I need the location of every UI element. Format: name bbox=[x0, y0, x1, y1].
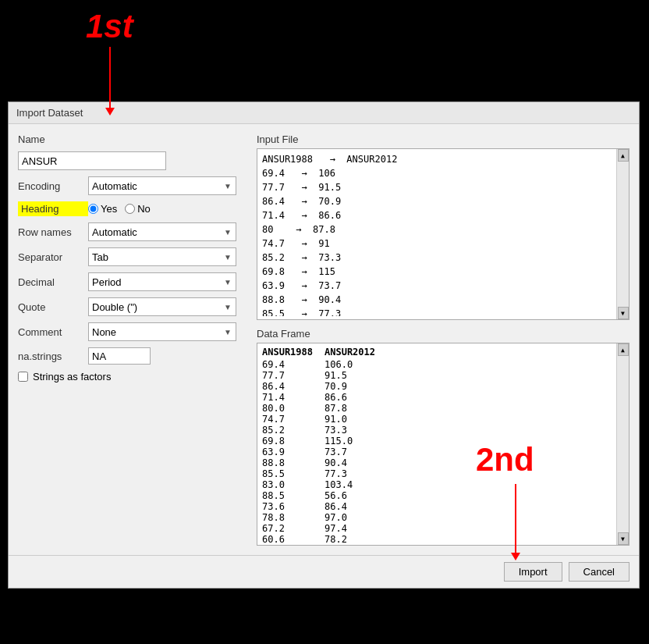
na-strings-label: na.strings bbox=[18, 350, 88, 362]
na-strings-row: na.strings bbox=[18, 347, 244, 365]
data-frame-cell: 86.4 bbox=[262, 381, 324, 392]
data-frame-cell: 56.6 bbox=[324, 490, 387, 501]
decimal-label: Decimal bbox=[18, 276, 88, 288]
dialog-titlebar: Import Dataset bbox=[9, 102, 639, 124]
separator-label: Separator bbox=[18, 251, 88, 263]
data-frame-cell: 77.7 bbox=[262, 370, 324, 381]
name-label: Name bbox=[18, 133, 88, 145]
data-frame-cell: 69.8 bbox=[262, 436, 324, 447]
input-file-preview: ANSUR1988 → ANSUR201269.4 → 10677.7 → 91… bbox=[257, 148, 629, 320]
data-frame-section: Data Frame ANSUR1988ANSUR201269.4106.077… bbox=[257, 328, 629, 546]
quote-select-wrapper: Double (") Single (') None bbox=[88, 297, 236, 316]
data-frame-cell: 85.2 bbox=[262, 425, 324, 436]
data-frame-cell: 97.4 bbox=[324, 523, 387, 534]
comment-select[interactable]: None # % bbox=[88, 322, 236, 341]
input-file-row: 86.4 → 70.9 bbox=[262, 194, 624, 208]
na-strings-input[interactable] bbox=[88, 347, 151, 365]
data-frame-row: 74.791.0 bbox=[262, 414, 624, 425]
dialog-footer: Import Cancel bbox=[9, 555, 639, 588]
heading-no-label[interactable]: No bbox=[125, 203, 151, 215]
data-frame-cell: 86.6 bbox=[324, 392, 387, 403]
comment-row: Comment None # % bbox=[18, 322, 244, 341]
quote-select[interactable]: Double (") Single (') None bbox=[88, 297, 236, 316]
heading-yes-radio[interactable] bbox=[88, 204, 98, 214]
import-button[interactable]: Import bbox=[504, 562, 562, 582]
data-frame-row: 78.897.0 bbox=[262, 512, 624, 523]
comment-label: Comment bbox=[18, 326, 88, 338]
data-frame-row: 69.4106.0 bbox=[262, 359, 624, 370]
data-frame-cell: 78.8 bbox=[262, 512, 324, 523]
data-frame-row: 80.087.8 bbox=[262, 403, 624, 414]
input-file-scroll-up[interactable]: ▲ bbox=[618, 149, 629, 162]
heading-no-text: No bbox=[137, 203, 151, 215]
data-frame-content: ANSUR1988ANSUR201269.4106.077.791.586.47… bbox=[262, 347, 624, 545]
input-file-row: 74.7 → 91 bbox=[262, 237, 624, 251]
input-file-content: ANSUR1988 → ANSUR201269.4 → 10677.7 → 91… bbox=[262, 152, 624, 316]
decimal-row: Decimal Period Comma bbox=[18, 272, 244, 291]
heading-radio-group: Yes No bbox=[88, 203, 151, 215]
annotation-arrow-second bbox=[515, 484, 516, 554]
data-frame-row: 77.791.5 bbox=[262, 370, 624, 381]
decimal-select[interactable]: Period Comma bbox=[88, 272, 236, 291]
encoding-label: Encoding bbox=[18, 180, 88, 192]
input-file-scroll-down[interactable]: ▼ bbox=[618, 307, 629, 319]
data-frame-cell: 77.3 bbox=[324, 468, 387, 479]
encoding-select[interactable]: Automatic UTF-8 Latin-1 bbox=[88, 176, 236, 195]
separator-select[interactable]: Tab Comma Semicolon Space bbox=[88, 247, 236, 266]
comment-select-wrapper: None # % bbox=[88, 322, 236, 341]
data-frame-scroll-up[interactable]: ▲ bbox=[618, 343, 629, 356]
data-frame-scroll-down[interactable]: ▼ bbox=[618, 532, 629, 545]
heading-yes-label[interactable]: Yes bbox=[88, 203, 117, 215]
data-frame-cell: 83.0 bbox=[262, 479, 324, 490]
row-names-row: Row names Automatic Use first column Non… bbox=[18, 222, 244, 241]
input-file-section: Input File ANSUR1988 → ANSUR201269.4 → 1… bbox=[257, 133, 629, 320]
input-file-row: 85.2 → 73.3 bbox=[262, 251, 624, 265]
strings-as-factors-checkbox[interactable] bbox=[18, 372, 28, 382]
data-frame-cell: 70.9 bbox=[324, 381, 387, 392]
encoding-row: Encoding Automatic UTF-8 Latin-1 bbox=[18, 176, 244, 195]
data-frame-cell: 63.9 bbox=[262, 447, 324, 457]
data-frame-cell: 78.2 bbox=[324, 534, 387, 545]
data-frame-label: Data Frame bbox=[257, 328, 629, 340]
cancel-button[interactable]: Cancel bbox=[569, 562, 629, 582]
data-frame-cell: 74.7 bbox=[262, 414, 324, 425]
data-frame-row: 71.486.6 bbox=[262, 392, 624, 403]
quote-label: Quote bbox=[18, 301, 88, 313]
data-frame-cell: 73.6 bbox=[262, 501, 324, 512]
dialog-body: Name Encoding Automatic UTF-8 Latin-1 He… bbox=[9, 124, 639, 555]
data-frame-cell: 69.4 bbox=[262, 359, 324, 370]
input-file-row: 69.8 → 115 bbox=[262, 265, 624, 279]
data-frame-cell: 91.0 bbox=[324, 414, 387, 425]
data-frame-cell: 85.5 bbox=[262, 468, 324, 479]
heading-label: Heading bbox=[18, 201, 88, 216]
data-frame-cell: 80.0 bbox=[262, 403, 324, 414]
heading-no-radio[interactable] bbox=[125, 204, 135, 214]
input-file-row: ANSUR1988 → ANSUR2012 bbox=[262, 152, 624, 166]
annotation-first: 1st bbox=[86, 8, 133, 45]
data-frame-row: 88.556.6 bbox=[262, 490, 624, 501]
data-frame-row: 69.8115.0 bbox=[262, 436, 624, 447]
quote-row: Quote Double (") Single (') None bbox=[18, 297, 244, 316]
data-frame-cell: 97.0 bbox=[324, 512, 387, 523]
row-names-label: Row names bbox=[18, 226, 88, 238]
data-frame-row: 73.686.4 bbox=[262, 501, 624, 512]
input-file-row: 80 → 87.8 bbox=[262, 222, 624, 237]
data-frame-cell: 90.4 bbox=[324, 457, 387, 468]
name-input-row bbox=[18, 151, 244, 170]
data-frame-cell: 88.5 bbox=[262, 490, 324, 501]
name-row: Name bbox=[18, 133, 244, 145]
data-frame-row: 63.973.7 bbox=[262, 447, 624, 457]
input-file-row: 88.8 → 90.4 bbox=[262, 293, 624, 307]
input-file-row: 77.7 → 91.5 bbox=[262, 180, 624, 194]
input-file-row: 63.9 → 73.7 bbox=[262, 279, 624, 293]
annotation-second: 2nd bbox=[476, 441, 534, 479]
row-names-select[interactable]: Automatic Use first column None bbox=[88, 222, 236, 241]
strings-as-factors-row: Strings as factors bbox=[18, 371, 244, 382]
data-frame-preview: ANSUR1988ANSUR201269.4106.077.791.586.47… bbox=[257, 343, 629, 546]
data-frame-cell: 103.4 bbox=[324, 479, 387, 490]
separator-row: Separator Tab Comma Semicolon Space bbox=[18, 247, 244, 266]
name-input[interactable] bbox=[18, 151, 166, 170]
data-frame-row: 67.297.4 bbox=[262, 523, 624, 534]
data-frame-cell: 67.2 bbox=[262, 523, 324, 534]
data-frame-row: 83.0103.4 bbox=[262, 479, 624, 490]
